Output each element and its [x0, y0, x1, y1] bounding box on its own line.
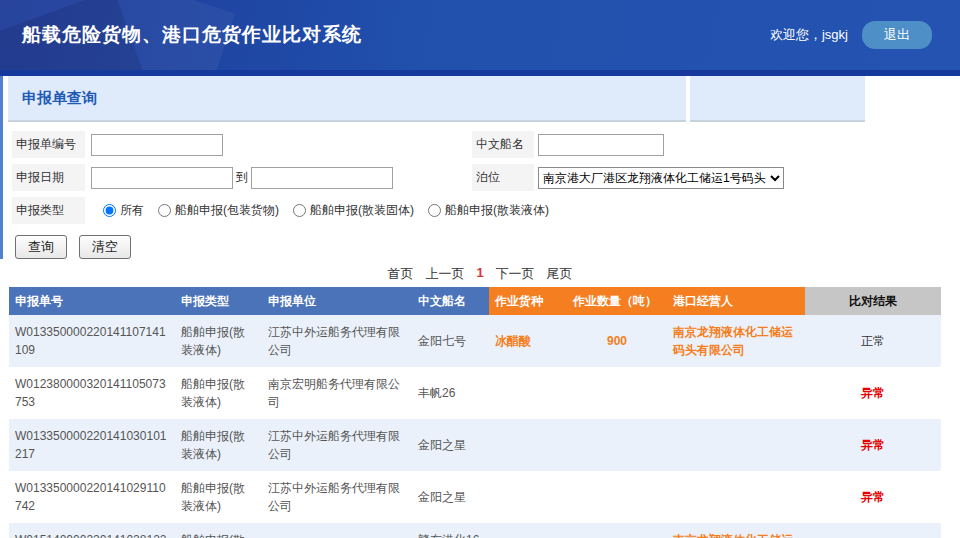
cell-compare-result: 异常: [805, 419, 941, 471]
welcome-text: 欢迎您，jsgkj: [770, 26, 848, 44]
app-title: 船载危险货物、港口危货作业比对系统: [22, 22, 362, 48]
cell-declaration-no: W013350000220141107141109: [9, 315, 175, 367]
cell-port-operator: [667, 367, 805, 419]
declare-date-label: 申报日期: [12, 164, 85, 191]
cell-declaration-no: W013350000220141029110742: [9, 471, 175, 523]
tab-declaration-query[interactable]: 申报单查询: [8, 76, 686, 122]
cell-declaration-unit: 江苏中外运船务代理有限公司: [262, 419, 412, 471]
cell-declaration-type: 船舶申报(散装液体): [175, 419, 262, 471]
table-row[interactable]: W013350000220141107141109 船舶申报(散装液体) 江苏中…: [9, 315, 941, 367]
table-row[interactable]: W013350000220141029110742 船舶申报(散装液体) 江苏中…: [9, 471, 941, 523]
ship-name-label: 中文船名: [472, 131, 534, 158]
cell-declaration-unit: 南京宏明船务代理有限公司: [262, 367, 412, 419]
form-buttons: 查询 清空: [15, 235, 960, 259]
cell-cargo-type: [489, 471, 567, 523]
cell-declaration-unit: 江苏中外运船务代理有限公司: [262, 315, 412, 367]
cell-cargo-quantity: 900: [567, 315, 667, 367]
cell-declaration-type: 船舶申报(散装液体): [175, 523, 262, 538]
cell-compare-result: 正常: [805, 523, 941, 538]
cell-declaration-type: 船舶申报(散装液体): [175, 367, 262, 419]
query-form: 申报单编号 中文船名 申报日期 到 泊位 南京港大厂港区龙翔液体化工储运1号码头…: [0, 122, 960, 259]
col-compare-result: 比对结果: [805, 287, 941, 315]
cell-declaration-unit: 江西东港航运有限公司: [262, 523, 412, 538]
table-row[interactable]: W013350000220141030101217 船舶申报(散装液体) 江苏中…: [9, 419, 941, 471]
cell-port-operator: [667, 419, 805, 471]
ship-name-input[interactable]: [538, 134, 664, 156]
cell-declaration-no: W013350000220141030101217: [9, 419, 175, 471]
cell-cargo-type: [489, 367, 567, 419]
header-user-area: 欢迎您，jsgkj 退出: [770, 21, 932, 49]
cell-cargo-quantity: 600: [567, 523, 667, 538]
date-to-input[interactable]: [251, 167, 393, 189]
cell-cargo-type: 甲醇: [489, 523, 567, 538]
radio-packaged-goods-label: 船舶申报(包装货物): [175, 202, 279, 219]
radio-packaged-goods[interactable]: 船舶申报(包装货物): [158, 202, 279, 219]
radio-bulk-solid[interactable]: 船舶申报(散装固体): [293, 202, 414, 219]
cell-cargo-quantity: [567, 419, 667, 471]
berth-select[interactable]: 南京港大厂港区龙翔液体化工储运1号码头: [538, 167, 784, 189]
radio-bulk-solid-input[interactable]: [293, 204, 306, 217]
berth-label: 泊位: [472, 164, 534, 191]
col-declaration-unit: 申报单位: [262, 287, 412, 315]
radio-bulk-liquid[interactable]: 船舶申报(散装液体): [428, 202, 549, 219]
page-first[interactable]: 首页: [387, 265, 413, 283]
cell-cargo-quantity: [567, 367, 667, 419]
page-prev[interactable]: 上一页: [425, 265, 464, 283]
radio-bulk-solid-label: 船舶申报(散装固体): [310, 202, 414, 219]
cell-ship-name: 金阳七号: [412, 315, 489, 367]
page-next[interactable]: 下一页: [496, 265, 535, 283]
radio-packaged-goods-input[interactable]: [158, 204, 171, 217]
tab-declaration-query-label: 申报单查询: [8, 89, 97, 108]
radio-bulk-liquid-label: 船舶申报(散装液体): [445, 202, 549, 219]
cell-declaration-no: W015140000220141028122151: [9, 523, 175, 538]
col-port-operator: 港口经营人: [667, 287, 805, 315]
cell-cargo-type: 冰醋酸: [489, 315, 567, 367]
cell-cargo-quantity: [567, 471, 667, 523]
tab-bar: 申报单查询: [0, 76, 960, 122]
declare-type-label: 申报类型: [12, 197, 85, 224]
clear-button[interactable]: 清空: [79, 235, 131, 259]
pagination: 首页 上一页 1 下一页 尾页: [0, 265, 960, 283]
col-ship-name: 中文船名: [412, 287, 489, 315]
query-button[interactable]: 查询: [15, 235, 67, 259]
cell-ship-name: 丰帆26: [412, 367, 489, 419]
table-row[interactable]: W015140000220141028122151 船舶申报(散装液体) 江西东…: [9, 523, 941, 538]
form-row-2: 申报日期 到 泊位 南京港大厂港区龙翔液体化工储运1号码头: [12, 161, 960, 194]
radio-bulk-liquid-input[interactable]: [428, 204, 441, 217]
table-row[interactable]: W012380000320141105073753 船舶申报(散装液体) 南京宏…: [9, 367, 941, 419]
col-cargo-quantity: 作业数量（吨）: [567, 287, 667, 315]
page-last[interactable]: 尾页: [547, 265, 573, 283]
declaration-no-input[interactable]: [91, 134, 223, 156]
date-from-input[interactable]: [91, 167, 233, 189]
cell-ship-name: 金阳之星: [412, 471, 489, 523]
cell-declaration-unit: 江苏中外运船务代理有限公司: [262, 471, 412, 523]
form-row-1: 申报单编号 中文船名: [12, 128, 960, 161]
date-to-separator: 到: [236, 169, 248, 186]
logout-button[interactable]: 退出: [862, 21, 932, 49]
declaration-no-label: 申报单编号: [12, 131, 85, 158]
tab-empty-block: [690, 76, 865, 122]
radio-all-label: 所有: [120, 202, 144, 219]
cell-declaration-type: 船舶申报(散装液体): [175, 315, 262, 367]
cell-compare-result: 正常: [805, 315, 941, 367]
cell-declaration-type: 船舶申报(散装液体): [175, 471, 262, 523]
col-declaration-type: 申报类型: [175, 287, 262, 315]
cell-port-operator: 南京龙翔液体化工储运码头有限公司: [667, 315, 805, 367]
form-row-3: 申报类型 所有 船舶申报(包装货物) 船舶申报(散装固体) 船舶申报(散装液体): [12, 194, 960, 227]
declare-type-radio-group: 所有 船舶申报(包装货物) 船舶申报(散装固体) 船舶申报(散装液体): [103, 202, 549, 219]
cell-ship-name: 金阳之星: [412, 419, 489, 471]
col-cargo-type: 作业货种: [489, 287, 567, 315]
app-header: 船载危险货物、港口危货作业比对系统 欢迎您，jsgkj 退出: [0, 0, 960, 70]
table-header-row: 申报单号 申报类型 申报单位 中文船名 作业货种 作业数量（吨） 港口经营人 比…: [9, 287, 941, 315]
cell-port-operator: 南京龙翔液体化工储运码头有限公司: [667, 523, 805, 538]
cell-compare-result: 异常: [805, 367, 941, 419]
radio-all-input[interactable]: [103, 204, 116, 217]
cell-declaration-no: W012380000320141105073753: [9, 367, 175, 419]
col-declaration-no: 申报单号: [9, 287, 175, 315]
page-current: 1: [476, 265, 483, 283]
cell-cargo-type: [489, 419, 567, 471]
cell-ship-name: 赣东港化166: [412, 523, 489, 538]
cell-port-operator: [667, 471, 805, 523]
radio-all[interactable]: 所有: [103, 202, 144, 219]
cell-compare-result: 异常: [805, 471, 941, 523]
